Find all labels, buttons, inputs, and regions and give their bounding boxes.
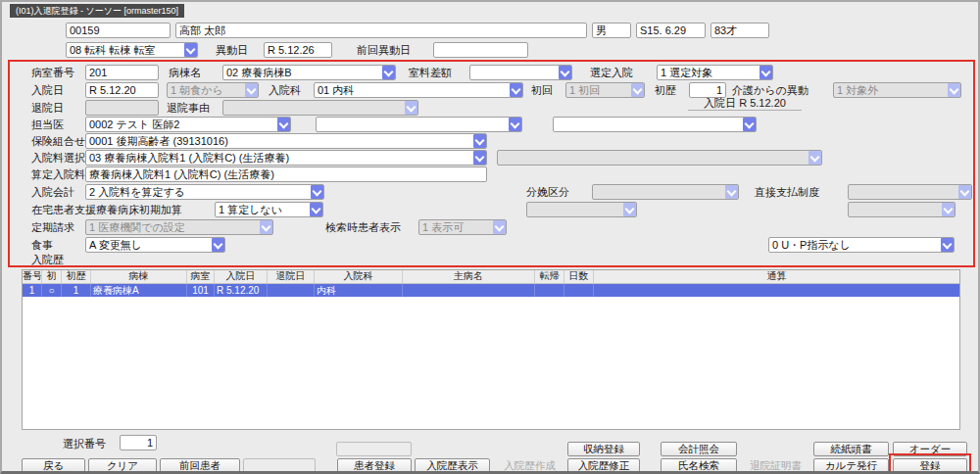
table-header-cell: 入院科 [315,270,403,283]
table-header-row: 番号 初 初歴 病棟 病室 入院日 退院日 入院科 主病名 転帰 日数 通算 [23,270,959,284]
move-type-select[interactable]: 08 転科 転棟 転室 [66,42,198,58]
name-search-button[interactable]: 氏名検索 [661,458,737,473]
chevron-down-icon[interactable] [382,66,395,79]
discharge-certificate-button: 退院証明書 [740,458,811,473]
admission-date-note: 入院日 R 5.12.20 [688,97,802,111]
patient-id-input[interactable] [66,23,171,38]
chevron-down-icon[interactable] [184,43,197,57]
back-button[interactable]: 戻る [22,458,85,473]
admission-history-edit-button[interactable]: 入院歴修正 [567,458,640,473]
admission-history-label: 入院歴 [31,252,64,267]
admission-fee-label: 入院料選択 [31,150,85,166]
admission-fee-select[interactable]: 03 療養病棟入院料1 (入院料C) (生活療養) [85,150,487,166]
periodic-billing-label: 定期請求 [31,219,74,235]
chevron-down-icon [631,83,644,97]
meal-label: 食事 [31,237,53,253]
move-date-input[interactable] [264,42,332,58]
table-header-cell: 病室 [187,270,215,283]
table-header-cell: 初歴 [62,270,91,283]
chevron-down-icon[interactable] [559,66,571,79]
table-cell [403,284,535,297]
patient-register-button[interactable]: 患者登録 [337,458,412,473]
chevron-down-icon [942,203,955,216]
table-cell: 内科 [315,284,403,297]
table-header-cell: 主病名 [403,270,535,283]
table-cell [564,284,594,297]
insurance-select[interactable]: 0001 後期高齢者 (39131016) [85,133,487,149]
admission-account-select[interactable]: 2 入院料を算定する [85,184,324,200]
table-row[interactable]: 1 ○ 1 療養病棟A 101 R 5.12.20 内科 [23,284,959,297]
calculated-fee-input[interactable] [85,166,487,182]
continuation-header-button[interactable]: 続紙頭書 [813,442,889,456]
chevron-down-icon[interactable] [510,83,522,97]
chevron-down-icon[interactable] [473,134,486,148]
admission-date-input[interactable] [85,82,159,98]
chevron-down-icon [948,83,960,97]
receipt-register-button[interactable]: 収納登録 [567,442,640,456]
blank-button-bottom [243,458,316,473]
room-number-input[interactable] [85,65,159,80]
selected-admission-select[interactable]: 1 選定対象 [657,65,773,80]
home-support-sub-select-1 [526,202,637,217]
admission-history-show-button[interactable]: 入院歴表示 [415,458,490,473]
chevron-down-icon[interactable] [277,118,290,131]
chevron-down-icon[interactable] [212,238,224,252]
patient-name-display: 高部 太郎 [175,23,587,38]
window-title: (I01)入退院登録 - ソーソー [ormaster150] [10,4,184,18]
prev-move-date-label: 前回異動日 [357,42,411,58]
admission-dept-select[interactable]: 01 内科 [314,82,523,98]
care-transfer-label: 介護からの異動 [732,82,808,98]
table-cell [268,284,315,297]
periodic-billing-select: 1 医療機関での設定 [85,219,273,235]
chevron-down-icon[interactable] [760,66,772,79]
admission-history-create-button: 入院歴作成 [494,458,565,473]
home-support-label: 在宅患者支援療養病床初期加算 [31,202,182,217]
doctor-sub-select-2[interactable] [553,117,757,132]
room-number-label: 病室番号 [31,65,74,80]
previous-patient-button[interactable]: 前回患者 [160,458,240,473]
chevron-down-icon [808,151,821,165]
meal-select[interactable]: A 変更無し [85,237,225,253]
table-header-cell: 退院日 [268,270,315,283]
direct-payment-label: 直接支払制度 [755,184,819,200]
ward-label: 病棟名 [169,65,201,80]
selection-number-label: 選択番号 [63,436,106,451]
discharge-reason-label: 退院事由 [167,100,210,116]
admission-registration-window: (I01)入退院登録 - ソーソー [ormaster150] 高部 太郎 男 … [0,0,980,474]
insurance-label: 保険組合せ [31,133,85,149]
table-header-cell: 初 [42,270,62,283]
chevron-down-icon [405,101,417,115]
table-header-cell: 入院日 [215,270,268,283]
room-charge-select[interactable] [469,65,572,80]
first-history-input[interactable] [689,82,726,98]
chevron-down-icon[interactable] [473,151,486,165]
doctor-label: 担当医 [31,117,64,132]
chevron-down-icon[interactable] [941,238,954,252]
karte-issue-button[interactable]: カルテ発行 [813,458,889,473]
chevron-down-icon [958,185,971,199]
discharge-reason-select [222,100,418,116]
chevron-down-icon[interactable] [743,118,756,131]
chevron-down-icon [245,83,258,97]
direct-payment-select [848,184,972,200]
admission-dept-label: 入院科 [269,82,301,98]
account-inquiry-button[interactable]: 会計照会 [661,442,737,456]
meal-start-select: 1 朝食から [167,82,259,98]
ward-select[interactable]: 02 療養病棟B [222,65,396,80]
home-support-select[interactable]: 1 算定しない [215,202,323,217]
chevron-down-icon[interactable] [311,185,323,199]
doctor-select[interactable]: 0002 テスト 医師2 [85,117,291,132]
discharge-date-label: 退院日 [31,100,64,116]
register-button[interactable]: 登録 [893,458,967,473]
table-cell [535,284,564,297]
chevron-down-icon[interactable] [509,118,521,131]
up-instruction-select[interactable]: 0 U・P指示なし [768,237,955,253]
doctor-sub-select-1[interactable] [316,117,522,132]
selection-number-input[interactable] [120,435,157,450]
discharge-date-input [85,100,159,116]
order-button[interactable]: オーダー [893,442,967,456]
chevron-down-icon[interactable] [310,203,322,216]
first-time-select: 1 初回 [565,82,645,98]
clear-button[interactable]: クリア [88,458,157,473]
table-cell: R 5.12.20 [215,284,268,297]
